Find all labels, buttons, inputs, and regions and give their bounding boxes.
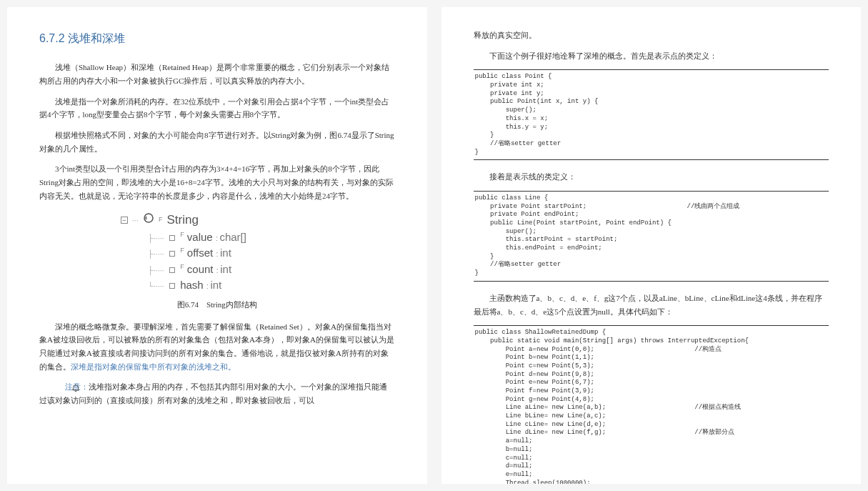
- paragraph: 深堆的概念略微复杂。要理解深堆，首先需要了解保留集（Retained Set）。…: [39, 320, 395, 374]
- note-paragraph: 注意：浅堆指对象本身占用的内存，不包括其内部引用对象的大小。一个对象的深堆指只能…: [39, 380, 395, 407]
- paragraph: 浅堆（Shallow Heap）和深堆（Retained Heap）是两个非常重…: [39, 61, 395, 87]
- field-marker: F: [180, 247, 184, 254]
- diagram-field-row: ├····· F value : char[]: [121, 229, 314, 246]
- bell-icon: [55, 384, 65, 392]
- diagram-field-row: ├····· F count : int: [121, 262, 314, 278]
- field-marker: F: [180, 231, 184, 238]
- paragraph: 主函数构造了a、b、c、d、e、f、g这7个点，以及aLine、bLine、cL…: [474, 292, 829, 318]
- left-page: 6.7.2 浅堆和深堆 浅堆（Shallow Heap）和深堆（Retained…: [7, 7, 427, 484]
- code-point-class: public class Point { private int x; priv…: [474, 69, 829, 160]
- note-text: 浅堆指对象本身占用的内存，不包括其内部引用对象的大小。一个对象的深堆指只能通过该…: [39, 382, 387, 405]
- field-name: hash: [180, 279, 204, 291]
- tree-connector: ├·····: [148, 234, 164, 242]
- diagram-field-row: ├····· F offset : int: [121, 245, 314, 262]
- paragraph: 浅堆是指一个对象所消耗的内存。在32位系统中，一个对象引用会占据4个字节，一个i…: [39, 95, 395, 121]
- string-structure-diagram: − ··· F String ├····· F value : char[] ├…: [121, 211, 314, 294]
- field-icon: [169, 267, 175, 273]
- code-main-class: public class ShallowRetainedDump { publi…: [474, 325, 829, 484]
- right-page: 释放的真实空间。 下面这个例子很好地诠释了深堆的概念。首先是表示点的类定义： p…: [442, 7, 862, 484]
- code-line-class: public class Line { private Point startP…: [474, 191, 829, 282]
- field-type: int: [210, 279, 221, 291]
- figure-caption: 图6.74 String内部结构: [39, 298, 395, 312]
- field-type: char[]: [219, 231, 246, 243]
- field-name: value: [187, 231, 213, 243]
- field-marker: F: [180, 263, 184, 270]
- paragraph: 3个int类型以及一个引用类型合计占用的内存为3×4+4=16字节，再加上对象头…: [39, 162, 395, 202]
- paragraph: 接着是表示线的类定义：: [474, 170, 829, 184]
- heading-number: 6.7.2: [39, 32, 65, 44]
- diagram-root-row: − ··· F String: [121, 211, 314, 229]
- expand-icon: −: [121, 217, 128, 224]
- heading-title: 浅堆和深堆: [68, 32, 125, 44]
- field-type: int: [220, 263, 231, 275]
- field-icon: [169, 251, 175, 257]
- field-icon: [169, 235, 175, 241]
- class-icon: [143, 212, 154, 229]
- diagram-root-label: String: [166, 211, 198, 229]
- field-icon: [169, 283, 175, 289]
- tree-connector: ···: [132, 214, 139, 227]
- section-heading: 6.7.2 浅堆和深堆: [39, 29, 395, 48]
- field-name: offset: [187, 247, 213, 259]
- tree-connector: └·····: [148, 282, 164, 290]
- field-name: count: [187, 263, 214, 275]
- paragraph: 根据堆快照格式不同，对象的大小可能会向8字节进行对齐。以String对象为例，图…: [39, 129, 395, 155]
- tree-connector: ├·····: [148, 266, 164, 274]
- tree-connector: ├·····: [148, 249, 164, 258]
- diagram-field-row: └····· hash : int: [121, 277, 314, 294]
- field-type: int: [220, 247, 231, 259]
- paragraph: 释放的真实空间。: [474, 29, 829, 42]
- field-marker: F: [159, 215, 163, 225]
- highlighted-text: 深堆是指对象的保留集中所有对象的浅堆之和。: [71, 362, 236, 371]
- paragraph: 下面这个例子很好地诠释了深堆的概念。首先是表示点的类定义：: [474, 49, 829, 63]
